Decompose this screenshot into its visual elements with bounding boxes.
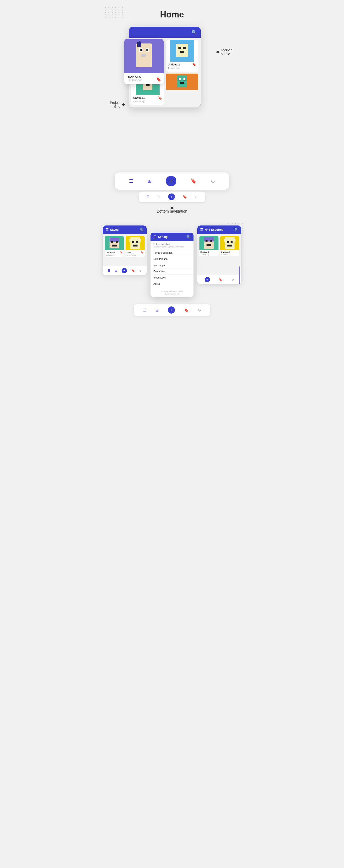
- nft-time-5: 4 Hours ago: [127, 79, 144, 83]
- bookmark-icon-2[interactable]: 🔖: [192, 63, 196, 66]
- saved-grid: Untitled-3 🔖 4 Hours ago: [103, 234, 147, 259]
- gbn-list-icon[interactable]: ☰: [143, 308, 147, 312]
- svg-rect-23: [183, 78, 186, 80]
- svg-rect-19: [146, 84, 150, 86]
- svg-rect-27: [180, 84, 184, 85]
- nft-name-2: Untitled-2: [168, 63, 180, 66]
- svg-rect-46: [129, 239, 132, 242]
- saved-bookmark-3[interactable]: 🔖: [120, 251, 123, 254]
- settings-more-apps[interactable]: More apps: [151, 262, 193, 269]
- settings-menu-icon[interactable]: ☰: [153, 235, 156, 239]
- saved-nav-gallery[interactable]: ⊞: [115, 269, 117, 272]
- exported-nav-add[interactable]: +: [205, 277, 210, 282]
- saved-nft-4-time: 4 Hours ago: [125, 254, 145, 257]
- svg-rect-56: [207, 244, 211, 246]
- gbn-add-button[interactable]: +: [168, 306, 175, 314]
- settings-header: ☰ Setting 🔍: [151, 232, 193, 241]
- nft-time-2: 4 Hours ago: [166, 67, 198, 70]
- nav-sm-gallery-icon[interactable]: ⊞: [157, 195, 160, 199]
- settings-footer: Develop by Dream Space Build Version 1.0: [151, 289, 193, 297]
- nft-exported-bottom-nav: + 🔖 ⊙: [197, 275, 241, 284]
- svg-rect-49: [136, 241, 138, 243]
- nav-sm-bookmark-icon[interactable]: 🔖: [183, 195, 187, 199]
- nav-gallery-icon[interactable]: ⊞: [148, 178, 152, 184]
- nav-sm-settings-icon[interactable]: ⊙: [195, 195, 197, 199]
- search-icon[interactable]: 🔍: [192, 30, 197, 35]
- svg-rect-47: [138, 239, 141, 242]
- nft-card-orange[interactable]: [166, 73, 198, 90]
- nav-settings-icon[interactable]: ⊙: [211, 178, 215, 184]
- saved-nft-4-name: Untit...: [127, 251, 133, 253]
- saved-menu-icon[interactable]: ☰: [105, 228, 109, 232]
- bottom-nav-bar-small: ☰ ⊞ + 🔖 ⊙: [138, 192, 206, 202]
- nft-card-5-large[interactable]: Untitled-5 4 Hours ago 🔖: [124, 39, 164, 84]
- saved-nav-add[interactable]: +: [122, 268, 127, 273]
- gbn-settings-icon[interactable]: ⊙: [198, 308, 201, 312]
- settings-rate[interactable]: Rate this app: [151, 256, 193, 262]
- saved-header: ☰ Saved 🔍: [103, 225, 147, 234]
- exported-nav-settings[interactable]: ⊙: [231, 278, 234, 281]
- settings-folder-location[interactable]: Folder Location Storage/emulated/0/DCiM/…: [151, 241, 193, 250]
- settings-body: Folder Location Storage/emulated/0/DCiM/…: [151, 241, 193, 289]
- nft-card-2[interactable]: Untitled-2 🔖 4 Hours ago: [166, 40, 198, 72]
- exported-nft-5[interactable]: Untitled-5 4 Hours ago: [199, 236, 219, 256]
- screens-section: ☰ Saved 🔍 Untitled-3: [98, 221, 246, 326]
- settings-terms[interactable]: Terms & condition: [151, 250, 193, 256]
- settings-search-icon[interactable]: 🔍: [187, 235, 191, 239]
- nft-exported-title: NFT Exported: [205, 228, 224, 231]
- exported-nft-5-name: Untitled-5: [200, 251, 209, 253]
- saved-nft-4[interactable]: Untit... 🔖 4 Hours ago: [125, 236, 145, 257]
- saved-screen: ☰ Saved 🔍 Untitled-3: [103, 225, 147, 275]
- svg-rect-37: [136, 63, 152, 67]
- nft-exported-menu-icon[interactable]: ☰: [200, 228, 203, 232]
- svg-rect-9: [176, 44, 188, 57]
- nav-bookmark-icon[interactable]: 🔖: [191, 178, 197, 184]
- svg-rect-22: [179, 78, 181, 80]
- saved-nft-3[interactable]: Untitled-3 🔖 4 Hours ago: [105, 236, 124, 257]
- nft-exported-header: ☰ NFT Exported 🔍: [197, 225, 241, 234]
- svg-rect-61: [227, 241, 229, 243]
- svg-rect-60: [233, 239, 235, 242]
- saved-title: Saved: [110, 228, 119, 231]
- svg-rect-21: [177, 75, 187, 87]
- saved-search-icon[interactable]: 🔍: [140, 228, 144, 232]
- exported-nft-4-name: Untitled-4: [221, 251, 230, 253]
- saved-bookmark-4[interactable]: 🔖: [141, 251, 144, 254]
- home-section: Home Toolbar& Title ProjectGrid 🔍: [98, 0, 246, 170]
- bookmark-icon-5[interactable]: 🔖: [156, 77, 161, 82]
- saved-nav-settings[interactable]: ⊙: [139, 269, 142, 272]
- phone-toolbar: 🔍: [129, 27, 201, 38]
- saved-nav-bookmark[interactable]: 🔖: [131, 269, 135, 272]
- nav-sm-list-icon[interactable]: ☰: [147, 195, 150, 199]
- exported-nav-bookmark[interactable]: 🔖: [219, 278, 222, 281]
- svg-rect-12: [180, 51, 184, 53]
- settings-title: Setting: [158, 235, 168, 239]
- nav-list-icon[interactable]: ☰: [129, 178, 133, 184]
- svg-rect-59: [224, 239, 226, 242]
- svg-rect-42: [116, 241, 118, 243]
- saved-nav-list[interactable]: ☰: [108, 269, 111, 272]
- saved-bottom-nav: ☰ ⊞ + 🔖 ⊙: [103, 266, 147, 275]
- grid-annotation: ProjectGrid: [110, 101, 125, 108]
- bottom-nav-bar-large: ☰ ⊞ + 🔖 ⊙: [115, 173, 229, 190]
- screens-row: ☰ Saved 🔍 Untitled-3: [103, 225, 241, 297]
- svg-rect-50: [133, 245, 137, 247]
- bookmark-icon-3[interactable]: 🔖: [158, 96, 162, 100]
- nav-sm-add-button[interactable]: +: [168, 193, 175, 200]
- svg-rect-31: [138, 41, 140, 43]
- settings-introduction[interactable]: Introduction: [151, 275, 193, 281]
- settings-about[interactable]: About: [151, 281, 193, 287]
- settings-contact[interactable]: Contact us: [151, 269, 193, 275]
- nav-add-button[interactable]: +: [166, 176, 176, 186]
- saved-nft-3-name: Untitled-3: [106, 251, 115, 253]
- nft-exported-search-icon[interactable]: 🔍: [234, 228, 239, 232]
- dot-pattern-topleft: [105, 7, 124, 18]
- gbn-gallery-icon[interactable]: ⊞: [156, 308, 159, 312]
- saved-nft-3-time: 4 Hours ago: [105, 254, 124, 257]
- svg-rect-36: [142, 54, 146, 57]
- bottom-nav-annotation: Bottom navigation: [103, 207, 241, 214]
- svg-rect-63: [227, 245, 232, 247]
- exported-nft-4-time: 4 Hours ago: [220, 254, 239, 256]
- exported-nft-4[interactable]: Untitled-4 4 Hours ago: [220, 236, 239, 256]
- gbn-bookmark-icon[interactable]: 🔖: [184, 308, 189, 312]
